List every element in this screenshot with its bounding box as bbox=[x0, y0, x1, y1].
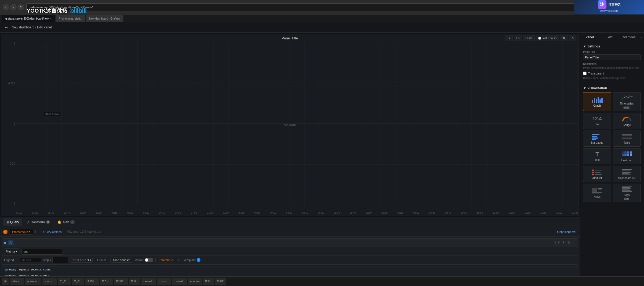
instant-switch[interactable] bbox=[145, 258, 153, 262]
format-label: Format bbox=[97, 259, 106, 262]
taskbar-01[interactable]: 01_招... bbox=[58, 278, 71, 285]
zoom-button[interactable]: 🔍 bbox=[560, 35, 568, 41]
svg-rect-49 bbox=[592, 136, 597, 137]
svg-rect-58 bbox=[627, 138, 632, 139]
tab-field[interactable]: Field bbox=[599, 33, 619, 42]
clock-icon: 🕐 bbox=[538, 37, 541, 40]
info-icon[interactable]: ℹ bbox=[555, 241, 557, 245]
format-select[interactable]: Format bbox=[95, 258, 108, 262]
copy-icon[interactable]: ⎘ bbox=[558, 241, 560, 245]
svg-rect-76 bbox=[622, 173, 629, 174]
step-label: step bbox=[43, 258, 49, 262]
query-options-button[interactable]: Query options bbox=[43, 230, 61, 233]
viz-item-graph[interactable]: Graph bbox=[583, 92, 611, 111]
taskbar-s365[interactable]: S365 S... bbox=[42, 278, 57, 285]
address-bar[interactable]: grafana-server:3000/dashboard/new?editPa… bbox=[26, 3, 641, 11]
fit-button[interactable]: Fit bbox=[505, 35, 513, 41]
viz-label-time-series: Time series bbox=[620, 102, 634, 105]
taskbar-start[interactable]: ⊞ bbox=[2, 278, 9, 285]
transparent-checkbox[interactable] bbox=[583, 72, 587, 75]
query-inspector-button[interactable]: Query inspector bbox=[555, 230, 576, 233]
x-label: 07:00 bbox=[191, 211, 197, 214]
tab-transform[interactable]: ⇄ Transform 0 bbox=[23, 218, 53, 226]
viz-item-logs[interactable]: Logs Beta bbox=[613, 184, 641, 202]
settings-label: Settings bbox=[587, 44, 600, 48]
taskbar-new-m[interactable]: ⊞ New M... bbox=[25, 278, 41, 285]
svg-rect-68 bbox=[595, 170, 602, 170]
refresh-button[interactable]: ↻ bbox=[569, 35, 576, 41]
browser-tab-1[interactable]: grafana-server:3000/dashboard/new ✕ bbox=[2, 15, 55, 22]
x-label: 10:40 bbox=[540, 211, 547, 214]
viz-item-text[interactable]: T Text bbox=[583, 148, 611, 164]
viz-item-table[interactable]: Table bbox=[613, 131, 641, 147]
exemplars-toggle[interactable]: ✓ bbox=[197, 258, 200, 262]
transform-tab-label: Transform bbox=[30, 220, 45, 224]
collapse-indicator[interactable] bbox=[4, 242, 6, 244]
tab-panel[interactable]: Panel bbox=[580, 33, 599, 42]
prometheus-info-icon[interactable]: ℹ bbox=[178, 258, 180, 262]
legend-input[interactable]: Metrics bbox=[20, 258, 41, 262]
dashboard-list-mini-chart bbox=[621, 169, 632, 176]
viz-item-bar-gauge[interactable]: Bar gauge bbox=[583, 131, 611, 147]
taskbar-d1[interactable]: ⊞ D计... bbox=[85, 278, 99, 285]
step-info-icon[interactable]: ℹ bbox=[50, 258, 51, 262]
forward-button[interactable]: › bbox=[10, 4, 17, 10]
app-header: ← New dashboard / Edit Panel bbox=[0, 22, 644, 33]
viz-item-news[interactable]: News bbox=[583, 184, 611, 202]
exact-button[interactable]: Exact bbox=[523, 35, 535, 41]
close-icon[interactable]: ✕ bbox=[50, 17, 52, 20]
viz-item-alert-list[interactable]: Alert list bbox=[583, 166, 611, 182]
f8-button[interactable]: F8 bbox=[514, 35, 522, 41]
viz-item-dashboard-list[interactable]: Dashboard list bbox=[613, 166, 641, 182]
x-label: 10:30 bbox=[525, 211, 531, 214]
taskbar-ciword1[interactable]: CIWord... bbox=[141, 278, 156, 285]
taskbar-d2[interactable]: ⊞ D计... bbox=[100, 278, 113, 285]
viz-item-heatmap[interactable]: Heatmap bbox=[613, 148, 641, 164]
x-label: 05:20 bbox=[32, 211, 38, 214]
taskbar-editplus[interactable]: EditPlu... bbox=[10, 278, 24, 285]
taskbar-01b[interactable]: 01_招... bbox=[72, 278, 85, 285]
taskbar-ciword2[interactable]: CIWord... bbox=[157, 278, 171, 285]
viz-item-stat[interactable]: 12.4 Stat bbox=[583, 113, 611, 129]
taskbar-ciword3[interactable]: CIWord... bbox=[172, 278, 187, 285]
x-label: 05:40 bbox=[64, 211, 70, 214]
viz-item-gauge[interactable]: 79 Gauge bbox=[613, 113, 641, 129]
taskbar-jishu[interactable]: 技术... bbox=[203, 278, 214, 285]
taskbar-xunlei[interactable]: X迅雷 bbox=[215, 278, 226, 285]
hide-icon[interactable]: 👁 bbox=[562, 241, 565, 245]
info-icon[interactable]: ℹ bbox=[35, 230, 36, 234]
news-mini-chart bbox=[591, 187, 603, 194]
refresh-button[interactable]: ↻ bbox=[18, 4, 24, 10]
suggestion-item-1[interactable]: gateway_requests_seconds_count bbox=[2, 266, 578, 272]
step-input[interactable] bbox=[52, 257, 68, 263]
ds-separator: ▸ bbox=[40, 230, 41, 233]
delete-icon[interactable]: 🗑 bbox=[567, 241, 570, 245]
resolution-select[interactable]: Resolution 1/1 ▾ bbox=[71, 258, 93, 263]
x-label: 10:10 bbox=[493, 211, 499, 214]
tab-query[interactable]: ⊞ Query bbox=[3, 218, 22, 226]
right-chevron-icon[interactable]: › bbox=[638, 33, 644, 42]
x-label: 06:50 bbox=[175, 211, 181, 214]
taskbar-bili[interactable]: ⊞ 博... bbox=[129, 278, 140, 285]
y-label-3: 0 bbox=[2, 122, 15, 125]
browser-tab-3[interactable]: New dashboard - Grafana bbox=[86, 15, 123, 22]
back-button[interactable]: ← bbox=[3, 24, 10, 31]
y-label-4: 0.00 bbox=[2, 162, 15, 165]
more-icon[interactable]: ⋯ bbox=[572, 241, 576, 245]
instant-toggle: Instant bbox=[134, 258, 153, 262]
visualization-section: ▼ Visualization Graph bbox=[580, 84, 644, 204]
browser-tab-2[interactable]: Prometheus: alert... bbox=[56, 15, 85, 22]
datasource-select[interactable]: Prometheus ▾ bbox=[10, 229, 33, 235]
taskbar-tech[interactable]: 技术讲... bbox=[114, 278, 128, 285]
database-icon: ⊞ bbox=[6, 220, 9, 224]
time-series-select[interactable]: Time series ▾ bbox=[110, 258, 132, 263]
back-button[interactable]: ‹ bbox=[3, 4, 9, 10]
time-range-button[interactable]: 🕐 Last 6 hours bbox=[536, 35, 559, 41]
viz-item-time-series[interactable]: Time series Beta bbox=[613, 92, 641, 111]
tab-alert[interactable]: 🔔 Alert 0 bbox=[54, 218, 78, 226]
taskbar-postman[interactable]: Postman bbox=[188, 278, 202, 285]
panel-title-input[interactable] bbox=[583, 54, 641, 60]
metrics-select[interactable]: Metrics ▾ bbox=[4, 248, 19, 254]
metrics-input[interactable] bbox=[21, 248, 62, 255]
tab-overrides[interactable]: Overrides bbox=[619, 33, 638, 42]
